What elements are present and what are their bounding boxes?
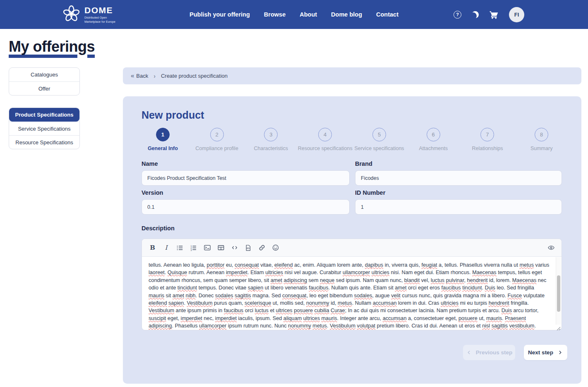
nav-link-about[interactable]: About — [300, 11, 317, 18]
step-4-circle: 4 — [318, 128, 332, 141]
editor-toolbar: B I 1 2 3 — [142, 239, 562, 257]
step-3-characteristics[interactable]: 3 Characteristics — [244, 128, 298, 151]
step-7-circle: 7 — [480, 128, 494, 141]
step-1-circle: 1 — [156, 128, 170, 141]
table-icon[interactable] — [215, 242, 226, 253]
sidebar-item-product-specifications[interactable]: Product Specifications — [9, 108, 79, 122]
version-field-group: Version — [142, 189, 350, 215]
step-5-service-specifications[interactable]: 5 Service specifications — [352, 128, 406, 151]
brand-tagline-line1: Distributed Open — [84, 16, 115, 19]
step-6-circle: 6 — [427, 128, 440, 141]
breadcrumb-current: Create product specification — [161, 73, 228, 79]
ordered-list-icon[interactable]: 1 2 3 — [188, 242, 199, 253]
back-button[interactable]: « Back — [131, 73, 148, 79]
nav-links: Publish your offering Browse About Dome … — [190, 0, 398, 29]
back-label: Back — [136, 73, 148, 79]
version-label: Version — [142, 189, 350, 196]
next-step-button[interactable]: Next step — [524, 345, 567, 360]
bold-icon[interactable]: B — [147, 242, 158, 253]
brand-name: DOME — [84, 6, 115, 14]
step-8-circle: 8 — [535, 128, 548, 141]
name-label: Name — [142, 160, 350, 167]
blockquote-icon[interactable] — [202, 242, 213, 253]
italic-icon[interactable]: I — [161, 242, 172, 253]
sidebar-item-catalogues[interactable]: Catalogues — [9, 68, 79, 81]
name-input[interactable] — [142, 170, 350, 186]
step-4-resource-specifications[interactable]: 4 Resource specifications — [298, 128, 352, 151]
sidebar-group-specifications: Product Specifications Service Specifica… — [9, 108, 80, 149]
navbar-actions: ? FI — [454, 0, 524, 29]
sidebar-item-resource-specifications[interactable]: Resource Specifications — [9, 135, 79, 149]
link-icon[interactable] — [256, 242, 267, 253]
description-text[interactable]: tellus. Aenean leo ligula, porttitor eu,… — [142, 257, 555, 330]
double-chevron-left-icon: « — [131, 72, 133, 79]
chevron-right-icon: › — [154, 73, 156, 79]
name-field-group: Name — [142, 160, 350, 186]
cart-icon[interactable] — [489, 10, 499, 19]
step-6-attachments[interactable]: 6 Attachments — [406, 128, 461, 151]
step-1-general-info[interactable]: 1 General Info — [136, 128, 190, 151]
id-number-input[interactable] — [355, 199, 562, 215]
brand-tagline-line2: Marketplace for Europe — [84, 20, 115, 24]
brand-label: Brand — [355, 160, 562, 167]
description-label: Description — [142, 225, 175, 232]
editor-scrollbar-thumb[interactable] — [557, 275, 560, 312]
code-icon[interactable] — [229, 242, 240, 253]
sidebar-item-service-specifications[interactable]: Service Specifications — [9, 122, 79, 135]
editor-resize-handle[interactable] — [556, 325, 561, 330]
page-title: My offerings — [9, 38, 95, 55]
nav-link-contact[interactable]: Contact — [376, 11, 398, 18]
step-2-compliance-profile[interactable]: 2 Compliance profile — [190, 128, 244, 151]
breadcrumb: « Back › Create product specification — [123, 67, 581, 84]
help-icon[interactable]: ? — [454, 11, 461, 19]
step-5-circle: 5 — [372, 128, 386, 141]
version-input[interactable] — [142, 199, 350, 215]
nav-link-dome-blog[interactable]: Dome blog — [331, 11, 362, 18]
sidebar-group-catalogues: Catalogues Offer — [9, 67, 80, 96]
code-block-icon[interactable] — [242, 242, 254, 253]
step-8-summary[interactable]: 8 Summary — [514, 128, 569, 151]
user-avatar[interactable]: FI — [509, 7, 524, 22]
nav-link-browse[interactable]: Browse — [264, 11, 286, 18]
wizard-actions: Previous step Next step — [463, 345, 567, 360]
dome-knot-icon — [62, 5, 81, 25]
editor-body: tellus. Aenean leo ligula, porttitor eu,… — [142, 257, 562, 330]
brand-field-group: Brand — [355, 160, 562, 186]
nav-link-publish-your-offering[interactable]: Publish your offering — [190, 11, 250, 18]
sidebar-item-offer[interactable]: Offer — [9, 81, 79, 95]
brand-input[interactable] — [355, 170, 562, 186]
id-number-field-group: ID Number — [355, 189, 562, 215]
preview-eye-icon[interactable] — [545, 242, 557, 253]
emoji-icon[interactable] — [270, 242, 281, 253]
svg-text:3: 3 — [190, 248, 192, 251]
id-number-label: ID Number — [355, 189, 562, 196]
navbar: DOME Distributed Open Marketplace for Eu… — [0, 0, 588, 29]
step-7-relationships[interactable]: 7 Relationships — [461, 128, 515, 151]
panel-title: New product — [142, 109, 204, 121]
description-editor: B I 1 2 3 — [142, 239, 562, 330]
dark-mode-moon-icon[interactable] — [472, 11, 479, 18]
page: DOME Distributed Open Marketplace for Eu… — [0, 0, 588, 387]
wizard-stepper: 1 General Info 2 Compliance profile 3 Ch… — [136, 128, 569, 151]
previous-step-button[interactable]: Previous step — [463, 345, 515, 360]
dome-logo[interactable]: DOME Distributed Open Marketplace for Eu… — [62, 5, 115, 25]
editor-scrollbar[interactable] — [556, 257, 561, 325]
step-3-circle: 3 — [264, 128, 278, 141]
new-product-panel: New product 1 General Info 2 Compliance … — [123, 96, 581, 384]
bullet-list-icon[interactable] — [174, 242, 185, 253]
step-2-circle: 2 — [210, 128, 224, 141]
